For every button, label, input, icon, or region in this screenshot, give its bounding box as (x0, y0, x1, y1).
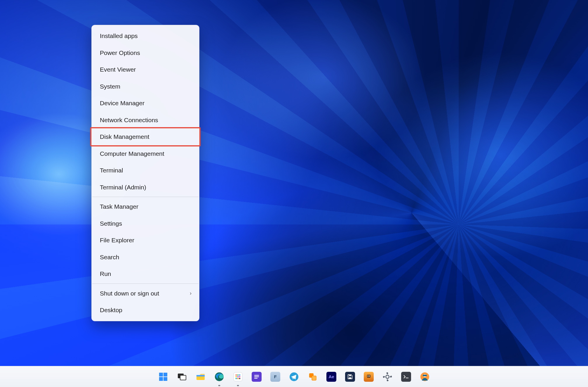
svg-rect-21 (312, 376, 316, 380)
svg-point-17 (237, 378, 239, 379)
edge-button[interactable] (212, 369, 227, 384)
folder-icon (196, 372, 206, 382)
menu-item-label: Search (100, 253, 119, 262)
task-view-icon (177, 372, 187, 382)
app-grid-button[interactable] (231, 369, 245, 384)
svg-rect-23 (349, 375, 351, 376)
svg-rect-7 (196, 375, 205, 376)
app-f-button[interactable]: F (268, 369, 283, 384)
menu-item-label: Terminal (Admin) (100, 183, 146, 192)
svg-rect-3 (163, 377, 167, 381)
menu-separator (92, 284, 199, 284)
menu-item-label: Task Manager (100, 202, 138, 211)
svg-point-16 (236, 378, 237, 379)
svg-rect-26 (369, 376, 370, 376)
menu-item-event-viewer[interactable]: Event Viewer (92, 61, 199, 78)
taskbar: F Ae (0, 366, 588, 387)
svg-point-13 (236, 376, 237, 377)
file-explorer-button[interactable] (193, 369, 208, 384)
svg-point-11 (237, 374, 239, 375)
menu-separator (92, 197, 199, 197)
gear-icon (382, 372, 392, 382)
svg-rect-1 (163, 373, 167, 376)
menu-item-label: System (100, 82, 120, 91)
svg-rect-36 (406, 378, 408, 378)
menu-item-terminal-admin[interactable]: Terminal (Admin) (92, 179, 199, 196)
menu-item-search[interactable]: Search (92, 249, 199, 266)
app-orange-button[interactable] (305, 369, 320, 384)
lines-icon (252, 372, 262, 382)
svg-point-10 (236, 374, 237, 375)
dots-grid-icon (233, 372, 243, 382)
menu-item-disk-management[interactable]: Disk Management (92, 128, 199, 145)
winx-context-menu: Installed appsPower OptionsEvent ViewerS… (91, 25, 199, 321)
avatar-app-icon (364, 372, 374, 382)
user-avatar-icon (420, 372, 430, 382)
menu-item-settings[interactable]: Settings (92, 215, 199, 232)
menu-item-network-connections[interactable]: Network Connections (92, 112, 199, 129)
chevron-right-icon: › (190, 289, 192, 297)
menu-item-label: Terminal (100, 166, 123, 175)
menu-item-run[interactable]: Run (92, 265, 199, 282)
telegram-icon (289, 372, 299, 382)
svg-point-14 (237, 376, 239, 377)
edge-icon (214, 372, 224, 382)
avatar-app-button[interactable] (361, 369, 376, 384)
menu-item-label: Settings (100, 219, 122, 228)
after-effects-button[interactable]: Ae (324, 369, 339, 384)
menu-item-label: Device Manager (100, 99, 145, 108)
menu-item-terminal[interactable]: Terminal (92, 162, 199, 179)
menu-item-label: File Explorer (100, 236, 134, 245)
windows-start-icon (158, 372, 168, 382)
menu-item-shut-down-or-sign-out[interactable]: Shut down or sign out› (92, 285, 199, 302)
menu-item-label: Disk Management (100, 132, 149, 141)
svg-rect-24 (367, 375, 370, 378)
terminal-icon (401, 372, 411, 382)
menu-item-label: Run (100, 269, 111, 279)
menu-item-label: Computer Management (100, 149, 164, 158)
orange-squares-icon (308, 372, 318, 382)
svg-point-12 (239, 374, 240, 375)
svg-point-18 (239, 378, 240, 379)
svg-rect-39 (423, 375, 427, 376)
menu-item-label: Shut down or sign out (100, 289, 159, 298)
menu-item-installed-apps[interactable]: Installed apps (92, 27, 199, 44)
app-purple-button[interactable] (249, 369, 264, 384)
menu-item-task-manager[interactable]: Task Manager (92, 198, 199, 215)
menu-item-system[interactable]: System (92, 78, 199, 95)
menu-item-computer-management[interactable]: Computer Management (92, 145, 199, 162)
after-effects-icon: Ae (326, 372, 336, 382)
menu-item-label: Power Options (100, 48, 140, 58)
menu-item-desktop[interactable]: Desktop (92, 302, 199, 319)
svg-point-15 (239, 376, 240, 377)
letter-f-icon: F (270, 372, 280, 382)
desktop-wallpaper (0, 0, 588, 387)
menu-item-label: Event Viewer (100, 65, 136, 74)
svg-rect-0 (159, 373, 163, 376)
menu-item-label: Network Connections (100, 115, 158, 125)
terminal-button[interactable] (399, 369, 413, 384)
menu-item-file-explorer[interactable]: File Explorer (92, 232, 199, 249)
start-button[interactable] (156, 369, 171, 384)
user-avatar-button[interactable] (417, 369, 432, 384)
menu-item-device-manager[interactable]: Device Manager (92, 95, 199, 112)
svg-point-27 (386, 375, 389, 378)
menu-item-label: Desktop (100, 305, 122, 315)
task-view-button[interactable] (175, 369, 189, 384)
svg-rect-5 (180, 375, 186, 380)
app-save-button[interactable] (343, 369, 357, 384)
telegram-button[interactable] (287, 369, 301, 384)
svg-rect-25 (368, 376, 368, 376)
save-disk-icon (345, 372, 355, 382)
menu-item-label: Installed apps (100, 31, 138, 41)
svg-rect-2 (159, 377, 163, 381)
menu-item-power-options[interactable]: Power Options (92, 44, 199, 61)
svg-rect-22 (349, 377, 351, 379)
settings-button[interactable] (380, 369, 395, 384)
